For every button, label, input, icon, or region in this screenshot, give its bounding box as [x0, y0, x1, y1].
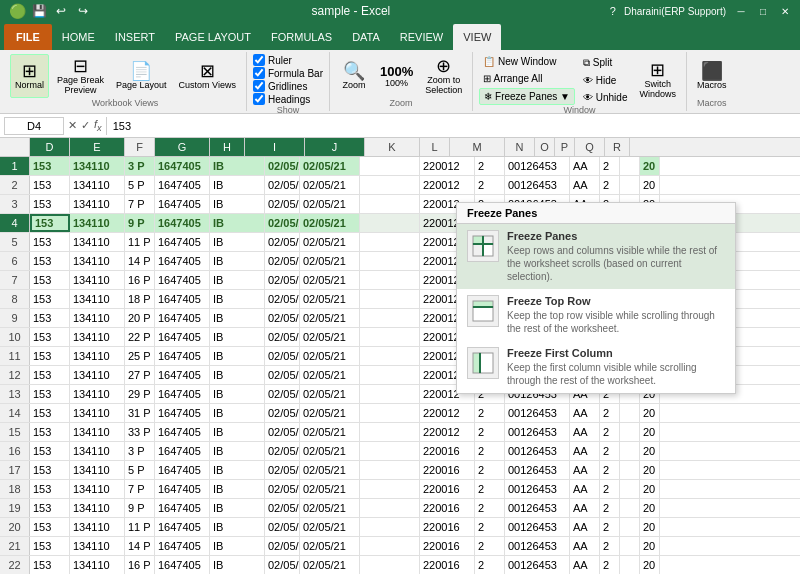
row-number[interactable]: 9: [0, 309, 30, 327]
cell[interactable]: [620, 176, 640, 194]
cell[interactable]: [360, 176, 420, 194]
col-header-Q[interactable]: Q: [575, 138, 605, 156]
cell[interactable]: 02/05/21: [300, 290, 360, 308]
cell[interactable]: 02/05/21: [265, 347, 300, 365]
cell[interactable]: 02/05/21: [300, 442, 360, 460]
cell[interactable]: IB: [210, 442, 265, 460]
col-header-R[interactable]: R: [605, 138, 630, 156]
cell[interactable]: AA: [570, 537, 600, 555]
cell[interactable]: 20: [640, 176, 660, 194]
cell[interactable]: 134110: [70, 423, 125, 441]
cell[interactable]: 1647405: [155, 195, 210, 213]
cell[interactable]: 220012: [420, 404, 475, 422]
cell[interactable]: AA: [570, 157, 600, 175]
cell[interactable]: 29 P: [125, 385, 155, 403]
cell[interactable]: 2: [600, 556, 620, 574]
cell[interactable]: 2: [475, 480, 505, 498]
cell[interactable]: IB: [210, 518, 265, 536]
save-quick-btn[interactable]: 💾: [30, 2, 48, 20]
switch-windows-btn[interactable]: ⊞ SwitchWindows: [635, 58, 680, 102]
cell[interactable]: AA: [570, 404, 600, 422]
row-number[interactable]: 22: [0, 556, 30, 574]
arrange-all-btn[interactable]: ⊞ Arrange All: [479, 71, 575, 86]
cell[interactable]: 2: [475, 499, 505, 517]
cell[interactable]: 1647405: [155, 518, 210, 536]
cell[interactable]: 220016: [420, 499, 475, 517]
cell[interactable]: [620, 518, 640, 536]
cell[interactable]: 1647405: [155, 461, 210, 479]
cell[interactable]: [360, 366, 420, 384]
cell[interactable]: 00126453: [505, 537, 570, 555]
cell[interactable]: 20: [640, 423, 660, 441]
cell[interactable]: 2: [600, 442, 620, 460]
row-number[interactable]: 6: [0, 252, 30, 270]
cell[interactable]: 1647405: [155, 271, 210, 289]
new-window-btn[interactable]: 📋 New Window: [479, 54, 575, 69]
redo-quick-btn[interactable]: ↪: [74, 2, 92, 20]
cell[interactable]: 2: [475, 176, 505, 194]
cell[interactable]: 220016: [420, 518, 475, 536]
row-number[interactable]: 3: [0, 195, 30, 213]
cell[interactable]: [360, 480, 420, 498]
page-break-preview-btn[interactable]: ⊟ Page BreakPreview: [53, 54, 108, 98]
row-number[interactable]: 17: [0, 461, 30, 479]
cell[interactable]: 2: [475, 423, 505, 441]
row-number[interactable]: 5: [0, 233, 30, 251]
cell[interactable]: 153: [30, 499, 70, 517]
insert-function-icon[interactable]: fx: [94, 118, 102, 133]
cell[interactable]: 02/05/21: [265, 461, 300, 479]
cell[interactable]: 1647405: [155, 423, 210, 441]
cell[interactable]: 220016: [420, 442, 475, 460]
unhide-btn[interactable]: 👁 Unhide: [579, 90, 631, 105]
cell[interactable]: 153: [30, 556, 70, 574]
cell[interactable]: 2: [475, 461, 505, 479]
row-number[interactable]: 15: [0, 423, 30, 441]
cell[interactable]: [360, 271, 420, 289]
cell[interactable]: 02/05/21: [265, 404, 300, 422]
cell[interactable]: 134110: [70, 271, 125, 289]
cell[interactable]: 1647405: [155, 233, 210, 251]
cell[interactable]: 2: [475, 442, 505, 460]
cell[interactable]: 7 P: [125, 480, 155, 498]
cell[interactable]: 02/05/21: [265, 556, 300, 574]
col-header-D[interactable]: D: [30, 138, 70, 156]
cell[interactable]: 220016: [420, 556, 475, 574]
cell[interactable]: [360, 461, 420, 479]
cell[interactable]: 02/05/21: [265, 252, 300, 270]
cell[interactable]: AA: [570, 442, 600, 460]
cell[interactable]: [620, 157, 640, 175]
row-number[interactable]: 7: [0, 271, 30, 289]
cell[interactable]: IB: [210, 271, 265, 289]
cell[interactable]: 7 P: [125, 195, 155, 213]
cell[interactable]: IB: [210, 480, 265, 498]
cell[interactable]: 02/05/21: [265, 537, 300, 555]
cell[interactable]: [360, 252, 420, 270]
cell[interactable]: 20: [640, 499, 660, 517]
cell[interactable]: 16 P: [125, 556, 155, 574]
cell[interactable]: 220016: [420, 461, 475, 479]
freeze-top-row-option[interactable]: Freeze Top Row Keep the top row visible …: [457, 289, 735, 341]
cell[interactable]: 00126453: [505, 499, 570, 517]
cell[interactable]: 220012: [420, 423, 475, 441]
cell[interactable]: 134110: [70, 480, 125, 498]
cell[interactable]: 02/05/21: [300, 556, 360, 574]
cell[interactable]: 20: [640, 480, 660, 498]
cell[interactable]: 153: [30, 157, 70, 175]
cell[interactable]: [620, 499, 640, 517]
cell[interactable]: 134110: [70, 442, 125, 460]
cell[interactable]: 153: [30, 214, 70, 232]
cell[interactable]: 00126453: [505, 176, 570, 194]
cell[interactable]: 02/05/21: [265, 385, 300, 403]
cell[interactable]: IB: [210, 233, 265, 251]
cell[interactable]: IB: [210, 366, 265, 384]
cell[interactable]: 134110: [70, 252, 125, 270]
cell[interactable]: 00126453: [505, 157, 570, 175]
cell[interactable]: 02/05/21: [300, 271, 360, 289]
cell[interactable]: 2: [475, 404, 505, 422]
cell[interactable]: 3 P: [125, 442, 155, 460]
cell[interactable]: IB: [210, 176, 265, 194]
cell[interactable]: [360, 404, 420, 422]
cell[interactable]: 5 P: [125, 176, 155, 194]
col-header-O[interactable]: O: [535, 138, 555, 156]
tab-view[interactable]: VIEW: [453, 24, 501, 50]
